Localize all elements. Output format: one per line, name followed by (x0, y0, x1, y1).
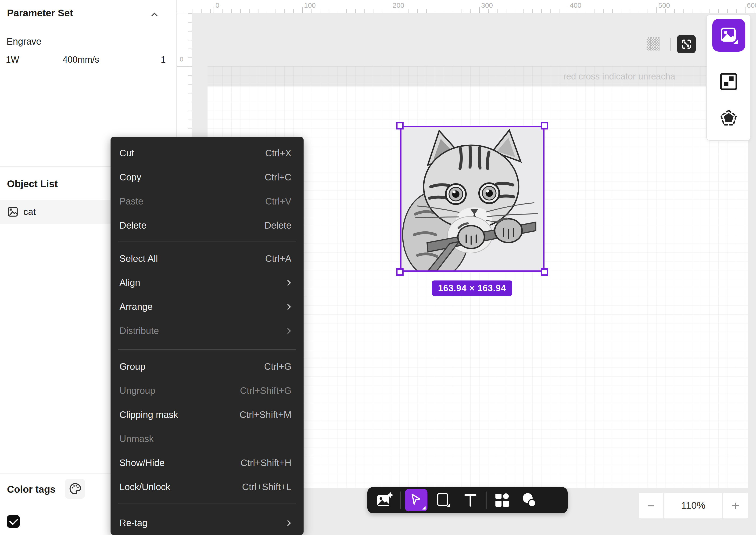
menu-separator (118, 503, 296, 503)
object-list-title: Object List (7, 178, 58, 189)
menu-item-unmask: Unmask (111, 427, 304, 451)
submenu-arrow-icon (285, 328, 291, 334)
select-tool-button[interactable] (405, 489, 428, 511)
selected-image-cat[interactable] (400, 126, 545, 272)
layout-tool-button[interactable] (491, 489, 513, 511)
ruler-label: 600 (747, 1, 756, 9)
layer-passes: 1 (161, 55, 166, 65)
selection-handle-top-left[interactable] (396, 122, 404, 129)
zoom-level-value[interactable]: 110% (664, 493, 722, 519)
image-import-icon (376, 491, 394, 509)
unreachable-zone-band: red cross indicator unreacha (208, 66, 748, 87)
selection-handle-bottom-right[interactable] (541, 268, 548, 276)
menu-item-select-all[interactable]: Select AllCtrl+A (111, 247, 304, 271)
color-tag-checkbox[interactable] (7, 515, 20, 528)
menu-item-delete[interactable]: DeleteDelete (111, 213, 304, 238)
zoom-in-button[interactable]: + (723, 493, 748, 519)
ruler-label: 500 (658, 1, 670, 9)
menu-item-cut[interactable]: CutCtrl+X (111, 141, 304, 165)
shape-tool-button[interactable] (432, 489, 455, 511)
boolean-shapes-icon (521, 492, 538, 509)
menu-item-lock-unlock[interactable]: Lock/UnlockCtrl+Shift+L (111, 475, 304, 499)
horizontal-ruler: 0 100 200 300 400 500 600 (177, 0, 756, 13)
menu-item-group[interactable]: GroupCtrl+G (111, 354, 304, 379)
palette-button[interactable] (65, 479, 85, 499)
size-badge: 163.94 × 163.94 (432, 280, 512, 296)
menu-item-clipping-mask[interactable]: Clipping maskCtrl+Shift+M (111, 403, 304, 427)
zoom-out-button[interactable]: − (639, 493, 663, 519)
object-list-item-label: cat (23, 207, 36, 217)
ruler-zero-line (177, 66, 192, 67)
ruler-label: 0 (180, 56, 183, 63)
menu-item-copy[interactable]: CopyCtrl+C (111, 165, 304, 189)
menu-item-show-hide[interactable]: Show/HideCtrl+Shift+H (111, 451, 304, 475)
ruler-label: 200 (393, 1, 404, 9)
menu-item-re-tag[interactable]: Re-tag (111, 511, 304, 535)
menu-item-paste: PasteCtrl+V (111, 189, 304, 213)
selection-handle-top-right[interactable] (541, 122, 548, 129)
layout-icon (493, 492, 510, 509)
submenu-arrow-icon (285, 280, 291, 286)
dither-icon[interactable] (718, 71, 739, 92)
color-tags-title: Color tags (7, 484, 56, 495)
dither-pattern-icon[interactable] (647, 38, 660, 50)
app-root: red cross indicator unreacha 0 100 200 3… (0, 0, 756, 535)
submenu-arrow-icon (285, 304, 291, 310)
unreachable-zone-text: red cross indicator unreacha (563, 71, 675, 82)
flyout-corner-icon (422, 506, 426, 510)
toolbar-divider (400, 492, 401, 509)
pentagon-lasso-icon[interactable] (719, 109, 738, 127)
right-tool-panel (706, 14, 751, 141)
ruler-label: 100 (304, 1, 316, 9)
menu-item-arrange[interactable]: Arrange (111, 295, 304, 319)
menu-item-ungroup: UngroupCtrl+Shift+G (111, 379, 304, 403)
expand-button[interactable] (677, 35, 696, 53)
toolbar-divider (670, 38, 671, 51)
menu-item-align[interactable]: Align (111, 271, 304, 295)
menu-separator (118, 350, 296, 350)
layer-speed: 400mm/s (63, 55, 99, 65)
shape-rect-icon (435, 492, 452, 509)
layer-power: 1W (6, 55, 19, 65)
boolean-shapes-button[interactable] (518, 489, 540, 511)
parameter-set-title: Parameter Set (7, 8, 73, 19)
selection-handle-bottom-left[interactable] (396, 268, 404, 276)
menu-item-distribute: Distribute (111, 319, 304, 343)
ruler-label: 300 (481, 1, 493, 9)
ruler-label: 400 (570, 1, 581, 9)
ruler-label: 0 (215, 1, 219, 9)
submenu-arrow-icon (285, 520, 291, 526)
text-icon (463, 493, 478, 508)
image-icon (7, 206, 19, 218)
bottom-toolbar (367, 487, 568, 513)
image-tool-icon (719, 25, 739, 45)
layer-name[interactable]: Engrave (7, 36, 42, 47)
context-menu: CutCtrl+X CopyCtrl+C PasteCtrl+V DeleteD… (111, 137, 304, 535)
expand-icon (681, 39, 692, 50)
text-tool-button[interactable] (459, 489, 482, 511)
cat-image (402, 127, 543, 270)
chevron-up-icon[interactable] (152, 12, 157, 18)
menu-separator (118, 241, 296, 241)
image-import-button[interactable] (374, 489, 396, 511)
toolbar-divider (486, 492, 487, 509)
palette-icon (68, 482, 82, 495)
image-tool-button[interactable] (712, 19, 745, 52)
